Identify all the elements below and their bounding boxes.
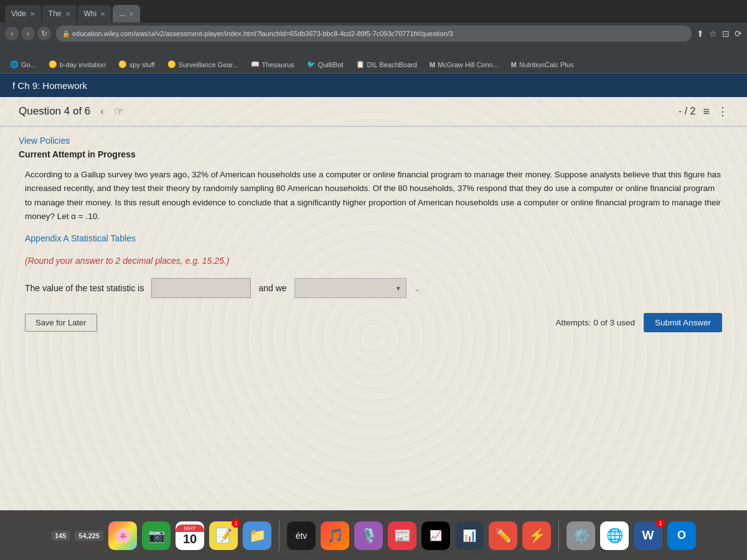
- photos-icon: 🌸: [108, 521, 137, 550]
- quillibot-icon: 🐦: [307, 60, 316, 68]
- conclusion-dropdown[interactable]: reject the null hypothesis fail to rejec…: [294, 278, 406, 298]
- dock-facetime[interactable]: 📷: [142, 521, 171, 550]
- dock-counter-145: 145: [51, 531, 70, 541]
- close-icon[interactable]: ✕: [30, 11, 35, 17]
- score-area: - / 2 ≡ ⋮: [679, 105, 728, 118]
- notes-badge: 1: [232, 519, 240, 528]
- bookmark-spy[interactable]: 🟡 spy stuff: [113, 59, 160, 70]
- score-display: - / 2: [679, 106, 696, 117]
- nav-buttons: ‹ › ↻: [5, 27, 51, 40]
- dock-settings[interactable]: ⚙️: [566, 521, 595, 550]
- tab-active[interactable]: ... ✕: [113, 5, 140, 22]
- calendar-icon: MAY 10: [176, 521, 204, 550]
- news-icon: 📰: [388, 521, 416, 550]
- bookmark-label: Surveillance Gear...: [179, 61, 238, 68]
- thesaurus-icon: 📖: [251, 60, 260, 68]
- star-icon[interactable]: ☆: [709, 29, 717, 39]
- appendix-link[interactable]: Appendix A Statistical Tables: [19, 233, 728, 243]
- view-policies-link[interactable]: View Policies: [19, 136, 728, 146]
- dock-podcasts[interactable]: 🎙️: [354, 521, 383, 550]
- content-area: View Policies Current Attempt in Progres…: [0, 127, 747, 341]
- dock-outlook[interactable]: O: [667, 521, 696, 550]
- bookmark-go[interactable]: 🌐 Go...: [5, 59, 41, 70]
- tab-vide[interactable]: Vide ✕: [5, 5, 41, 22]
- bookmark-nutrition[interactable]: M NutritionCalc Plus: [506, 60, 579, 70]
- close-icon[interactable]: ✕: [100, 11, 105, 17]
- bookmark-label: NutritionCalc Plus: [519, 61, 573, 68]
- address-bar[interactable]: 🔒 education.wiley.com/was/ui/v2/assessme…: [56, 26, 692, 42]
- test-statistic-input[interactable]: [151, 278, 251, 298]
- podcasts-icon: 🎙️: [354, 521, 383, 550]
- close-icon[interactable]: ✕: [129, 11, 134, 17]
- share-icon[interactable]: ⬆: [697, 29, 704, 39]
- list-icon[interactable]: ≡: [703, 105, 710, 118]
- more-options-icon[interactable]: ⋮: [717, 105, 728, 118]
- dock-divider: [279, 520, 280, 551]
- submit-answer-button[interactable]: Submit Answer: [644, 313, 722, 332]
- surveillance-icon: 🟡: [167, 60, 176, 68]
- bottom-row: Save for Later Attempts: 0 of 3 used Sub…: [19, 313, 728, 332]
- answer-dropdown-wrapper: reject the null hypothesis fail to rejec…: [294, 278, 406, 298]
- question-container: Question 4 of 6 ‹ ☞ - / 2 ≡ ⋮ View Polic…: [0, 97, 747, 560]
- answer-prefix-label: The value of the test statistic is: [25, 283, 144, 293]
- current-attempt-label: Current Attempt in Progress: [19, 149, 728, 159]
- bookmarks-bar: 🌐 Go... 🟡 b-day invitation 🟡 spy stuff 🟡…: [0, 56, 747, 73]
- prev-question-button[interactable]: ‹: [96, 105, 107, 118]
- tab-bar: Vide ✕ The ✕ Whi ✕ ... ✕: [0, 0, 747, 22]
- tab-whi[interactable]: Whi ✕: [78, 5, 112, 22]
- save-for-later-button[interactable]: Save for Later: [25, 314, 97, 332]
- attempts-counter: Attempts: 0 of 3 used: [555, 318, 635, 327]
- tv-icon: étv: [287, 521, 316, 550]
- url-text: education.wiley.com/was/ui/v2/assessment…: [72, 30, 453, 37]
- back-button[interactable]: ‹: [5, 27, 19, 40]
- bday-icon: 🟡: [49, 60, 57, 68]
- dock-tv[interactable]: étv: [287, 521, 316, 550]
- dock-chrome[interactable]: 🌐: [600, 521, 629, 550]
- dock-divider2: [558, 520, 559, 551]
- bookmark-thesaurus[interactable]: 📖 Thesaurus: [246, 59, 299, 70]
- spark-icon: ⚡: [522, 521, 551, 550]
- notability-icon: ✏️: [489, 521, 517, 550]
- settings-icon: ⚙️: [566, 521, 595, 550]
- lock-icon: 🔒: [62, 30, 70, 37]
- outlook-icon: O: [667, 521, 696, 550]
- question-nav: Question 4 of 6 ‹ ☞: [19, 105, 124, 118]
- bookmark-bday[interactable]: 🟡 b-day invitation: [44, 59, 111, 70]
- forward-button[interactable]: ›: [21, 27, 35, 40]
- dock-photos[interactable]: 🌸: [108, 521, 137, 550]
- bookmark-surveillance[interactable]: 🟡 Surveillance Gear...: [162, 59, 243, 70]
- dock-files[interactable]: 📁: [243, 521, 271, 550]
- dock-counter-54225: 54,225: [75, 531, 103, 541]
- chrome-icon: 🌐: [600, 521, 629, 550]
- dock-calendar[interactable]: MAY 10: [176, 521, 204, 550]
- dock-spark[interactable]: ⚡: [522, 521, 551, 550]
- page-header: f Ch 9: Homework: [0, 73, 747, 97]
- go-icon: 🌐: [10, 60, 19, 68]
- and-we-label: and we: [258, 283, 286, 293]
- dock-music[interactable]: 🎵: [321, 521, 349, 550]
- dock-notes[interactable]: 📝 1: [209, 521, 238, 550]
- answer-row: The value of the test statistic is and w…: [19, 278, 728, 298]
- round-instruction: (Round your answer to 2 decimal places, …: [19, 256, 728, 266]
- attempts-submit-area: Attempts: 0 of 3 used Submit Answer: [555, 313, 722, 332]
- bookmark-quillibot[interactable]: 🐦 QuilliBot: [302, 59, 349, 70]
- dock: 145 54,225 🌸 📷 MAY 10 📝 1 📁 étv 🎵 🎙️ 📰: [0, 510, 747, 560]
- window-icon[interactable]: ⊡: [722, 29, 730, 39]
- dock-word[interactable]: W 1: [634, 521, 662, 550]
- dock-bar-chart[interactable]: 📊: [455, 521, 484, 550]
- refresh-button[interactable]: ↻: [37, 27, 51, 40]
- stocks-icon: 📈: [421, 521, 450, 550]
- bookmark-label: McGraw Hill Conn...: [438, 61, 499, 68]
- bookmark-mcgraw[interactable]: M McGraw Hill Conn...: [425, 60, 504, 70]
- barchart-icon: 📊: [455, 521, 484, 550]
- dock-stocks[interactable]: 📈: [421, 521, 450, 550]
- tab-the[interactable]: The ✕: [42, 5, 77, 22]
- bookmark-dil[interactable]: 📋 DIL BeachBoard: [351, 59, 422, 70]
- hand-icon: ☞: [114, 105, 124, 118]
- extension-icon[interactable]: ⟳: [735, 29, 742, 39]
- dock-notability[interactable]: ✏️: [489, 521, 517, 550]
- dock-news[interactable]: 📰: [388, 521, 416, 550]
- close-icon[interactable]: ✕: [65, 11, 70, 17]
- question-title: Question 4 of 6: [19, 105, 90, 118]
- question-header: Question 4 of 6 ‹ ☞ - / 2 ≡ ⋮: [0, 97, 747, 126]
